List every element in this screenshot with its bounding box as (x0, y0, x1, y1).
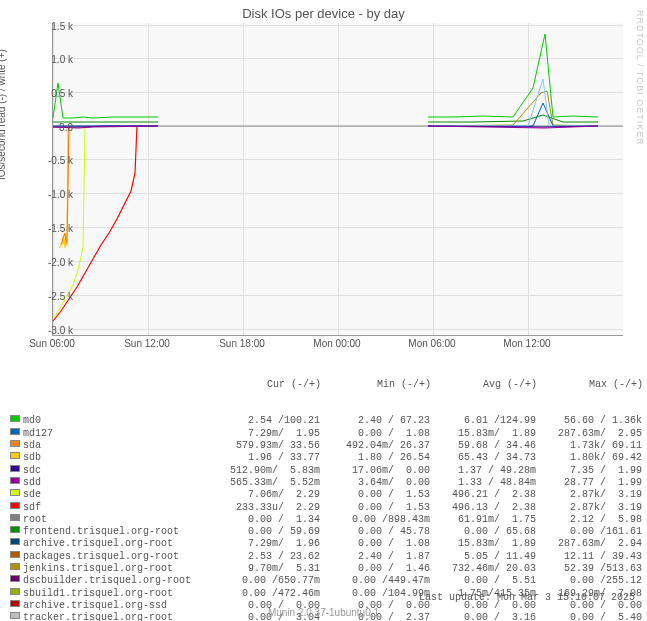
legend-row: sde7.06m/ 2.290.00 / 1.53496.21 / 2.382.… (10, 489, 643, 501)
y-tick-label: -1.0 k (33, 189, 73, 200)
series-avg: 61.91m/ 1.75 (430, 514, 536, 526)
legend-row: sdb1.96 / 33.771.80 / 26.5465.43 / 34.73… (10, 452, 643, 464)
series-cur: 1.96 / 33.77 (208, 452, 320, 464)
series-cur: 2.53 / 23.62 (208, 551, 320, 563)
series-max: 1.80k/ 69.42 (536, 452, 642, 464)
x-tick-label: Sun 06:00 (29, 338, 75, 349)
last-update-text: Last update: Mon Mar 3 15:10:07 2025 (419, 592, 635, 603)
series-min: 17.06m/ 0.00 (320, 465, 430, 477)
series-cur: 512.90m/ 5.83m (208, 465, 320, 477)
series-max: 28.77 / 1.99 (536, 477, 642, 489)
x-tick-label: Sun 18:00 (219, 338, 265, 349)
y-tick-label: 1.5 k (33, 21, 73, 32)
series-name: sbuild1.trisquel.org-root (23, 588, 208, 600)
series-name: dscbuilder.trisquel.org-root (23, 575, 208, 587)
legend-swatch (10, 477, 20, 484)
x-tick-label: Mon 06:00 (408, 338, 455, 349)
series-avg: 0.00 / 65.68 (430, 526, 536, 538)
legend-swatch (10, 502, 20, 509)
legend-row: sdf233.33u/ 2.290.00 / 1.53496.13 / 2.38… (10, 502, 643, 514)
legend-swatch (10, 526, 20, 533)
series-min: 0.00 /898.43m (320, 514, 430, 526)
series-min: 0.00 / 1.53 (320, 489, 430, 501)
series-cur: 0.00 / 1.34 (208, 514, 320, 526)
y-tick-label: 1.0 k (33, 54, 73, 65)
series-max: 0.00 /255.12 (536, 575, 642, 587)
legend-swatch (10, 600, 20, 607)
x-tick-label: Mon 00:00 (313, 338, 360, 349)
series-min: 1.80 / 26.54 (320, 452, 430, 464)
y-tick-label: -2.5 k (33, 291, 73, 302)
legend-row: md02.54 /100.212.40 / 67.236.01 /124.995… (10, 415, 643, 427)
series-avg: 1.33 / 48.84m (430, 477, 536, 489)
y-tick-label: -2.0 k (33, 257, 73, 268)
series-cur: 579.93m/ 33.56 (208, 440, 320, 452)
legend-row: md1277.29m/ 1.950.00 / 1.0815.83m/ 1.892… (10, 428, 643, 440)
legend-row: frontend.trisquel.org-root0.00 / 59.690.… (10, 526, 643, 538)
legend-swatch (10, 538, 20, 545)
series-avg: 496.21 / 2.38 (430, 489, 536, 501)
legend-swatch (10, 514, 20, 521)
series-cur: 7.06m/ 2.29 (208, 489, 320, 501)
series-max: 287.63m/ 2.94 (536, 538, 642, 550)
plot-area (52, 23, 623, 336)
y-tick-label: -0.5 k (33, 155, 73, 166)
legend-row: archive.trisquel.org-root7.29m/ 1.960.00… (10, 538, 643, 550)
series-avg: 15.83m/ 1.89 (430, 538, 536, 550)
series-min: 0.00 /104.99m (320, 588, 430, 600)
series-cur: 2.54 /100.21 (208, 415, 320, 427)
series-min: 0.00 / 45.78 (320, 526, 430, 538)
series-name: md127 (23, 428, 208, 440)
series-name: archive.trisquel.org-root (23, 538, 208, 550)
series-name: packages.trisquel.org-root (23, 551, 208, 563)
legend-swatch (10, 465, 20, 472)
series-min: 0.00 /449.47m (320, 575, 430, 587)
series-cur: 0.00 / 59.69 (208, 526, 320, 538)
series-max: 1.73k/ 69.11 (536, 440, 642, 452)
series-avg: 0.00 / 5.51 (430, 575, 536, 587)
series-cur: 7.29m/ 1.95 (208, 428, 320, 440)
series-avg: 65.43 / 34.73 (430, 452, 536, 464)
series-name: sdc (23, 465, 208, 477)
legend-row: dscbuilder.trisquel.org-root0.00 /650.77… (10, 575, 643, 587)
series-avg: 5.05 / 11.49 (430, 551, 536, 563)
series-min: 2.40 / 67.23 (320, 415, 430, 427)
legend-table: Cur (-/+)Min (-/+)Avg (-/+)Max (-/+) md0… (10, 354, 643, 621)
series-cur: 0.00 /650.77m (208, 575, 320, 587)
series-max: 2.12 / 5.98 (536, 514, 642, 526)
plot-svg (53, 23, 623, 335)
series-name: sde (23, 489, 208, 501)
chart-title: Disk IOs per device - by day (0, 0, 647, 23)
series-name: sdd (23, 477, 208, 489)
series-cur: 565.33m/ 5.52m (208, 477, 320, 489)
series-min: 0.00 / 1.46 (320, 563, 430, 575)
y-tick-label: 0.0 (33, 122, 73, 133)
series-max: 2.87k/ 3.19 (536, 502, 642, 514)
series-max: 52.39 /513.63 (536, 563, 642, 575)
series-min: 2.40 / 1.87 (320, 551, 430, 563)
series-cur: 233.33u/ 2.29 (208, 502, 320, 514)
series-cur: 9.70m/ 5.31 (208, 563, 320, 575)
series-name: md0 (23, 415, 208, 427)
series-max: 287.63m/ 2.95 (536, 428, 642, 440)
series-min: 0.00 / 1.08 (320, 428, 430, 440)
series-name: sdf (23, 502, 208, 514)
series-cur: 7.29m/ 1.96 (208, 538, 320, 550)
series-avg: 1.37 / 49.28m (430, 465, 536, 477)
series-avg: 59.68 / 34.46 (430, 440, 536, 452)
legend-swatch (10, 452, 20, 459)
y-tick-label: 0.5 k (33, 88, 73, 99)
series-name: frontend.trisquel.org-root (23, 526, 208, 538)
series-max: 2.87k/ 3.19 (536, 489, 642, 501)
legend-swatch (10, 428, 20, 435)
series-max: 0.00 /161.61 (536, 526, 642, 538)
series-min: 492.04m/ 26.37 (320, 440, 430, 452)
series-name: sda (23, 440, 208, 452)
series-min: 3.64m/ 0.00 (320, 477, 430, 489)
legend-row: sdd565.33m/ 5.52m3.64m/ 0.001.33 / 48.84… (10, 477, 643, 489)
series-name: sdb (23, 452, 208, 464)
legend-swatch (10, 575, 20, 582)
series-avg: 732.46m/ 20.03 (430, 563, 536, 575)
legend-row: sda579.93m/ 33.56492.04m/ 26.3759.68 / 3… (10, 440, 643, 452)
series-avg: 496.13 / 2.38 (430, 502, 536, 514)
